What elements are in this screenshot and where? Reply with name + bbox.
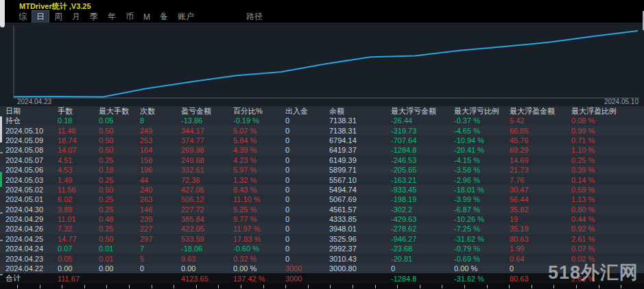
table-cell: 2024.04.25: [0, 235, 58, 243]
table-row[interactable]: 2024.05.064.530.18196332.615.97 %05899.7…: [0, 165, 644, 175]
table-row[interactable]: 2024.04.240.070.017-18.06-0.60 %02992.37…: [0, 244, 644, 253]
ruler-tick: [397, 285, 398, 288]
table-cell: 164: [140, 146, 181, 154]
table-cell: 17.83 %: [233, 235, 285, 243]
table-cell: 0: [391, 264, 454, 273]
table-cell: 239: [140, 215, 181, 223]
ruler-tick: [487, 285, 488, 288]
table-cell: 533.59: [181, 235, 233, 243]
table-cell: 0: [285, 244, 329, 253]
table-row[interactable]: 2024.05.0918.740.50253374.775.84 %06794.…: [0, 136, 644, 145]
ruler-tick: [196, 285, 197, 288]
menu-item-月[interactable]: 月: [67, 10, 85, 23]
table-cell: 0.59 %: [571, 186, 639, 194]
table-cell: -4.15 %: [454, 156, 510, 164]
table-cell: 7138.31: [329, 127, 391, 135]
table-cell: 0.07 %: [571, 244, 639, 253]
table-cell: 2024.05.08: [0, 146, 58, 154]
table-cell: 0.00: [58, 264, 99, 273]
ruler-tick: [263, 285, 264, 288]
table-cell: 0.99 %: [571, 127, 639, 135]
table-cell: 2024.05.02: [0, 186, 58, 194]
ruler-tick: [129, 285, 130, 288]
table-cell: -3.99 %: [454, 195, 510, 203]
table-row[interactable]: 2024.05.0211.560.50240427.058.43 %05494.…: [0, 185, 644, 194]
table-row[interactable]: 持仓0.180.058-13.86-0.19 %07138.31-26.44-0…: [0, 116, 644, 125]
table-row[interactable]: 2024.04.303.890.25146227.725.25 %04561.5…: [0, 205, 644, 214]
ruler-tick: [285, 285, 286, 288]
menu-item-周[interactable]: 周: [49, 10, 67, 23]
menu-item-币[interactable]: 币: [121, 10, 139, 23]
table-cell: -20.81: [391, 255, 454, 263]
table-row[interactable]: 2024.05.016.020.25263506.1211.10 %05067.…: [0, 194, 644, 204]
screen-edge-mark-green: [0, 172, 2, 187]
table-cell: -2.96 %: [454, 176, 510, 184]
menu-item-季[interactable]: 季: [85, 10, 103, 23]
table-cell: 7138.31: [329, 116, 391, 125]
screen-edge-tick: [0, 274, 3, 275]
column-header: 最大浮亏金额: [391, 106, 454, 116]
table-cell: 4.39 %: [233, 146, 285, 154]
balance-line: [14, 31, 638, 97]
table-cell: 0.25: [99, 205, 140, 214]
table-cell: 72.36: [181, 176, 233, 184]
table-cell: 1.32 %: [233, 176, 285, 184]
menu-item-年[interactable]: 年: [103, 10, 121, 23]
table-cell: -278.62: [391, 225, 454, 233]
table-cell: -13.86: [181, 116, 233, 125]
table-cell: 11.46: [58, 127, 99, 135]
total-cell: -31.62 %: [454, 275, 510, 283]
table-row[interactable]: 2024.05.074.510.25158249.684.23 %06149.3…: [0, 155, 644, 165]
table-cell: 56.44: [510, 195, 571, 203]
table-cell: -302.2: [391, 205, 454, 214]
table-row[interactable]: 2024.05.0814.070.50164269.984.39 %06419.…: [0, 145, 644, 155]
menu-item-M[interactable]: M: [139, 12, 155, 23]
table-cell: -205.65: [391, 166, 454, 174]
table-cell: 持仓: [0, 116, 58, 126]
menu-item-备[interactable]: 备: [155, 10, 173, 23]
table-cell: 6.02: [58, 195, 99, 203]
table-cell: 0.50: [99, 146, 140, 154]
table-body: 持仓0.180.058-13.86-0.19 %07138.31-26.44-0…: [0, 116, 644, 273]
table-cell: 1.99: [510, 244, 571, 253]
table-cell: 158: [140, 156, 181, 164]
table-cell: 0: [285, 146, 329, 154]
table-cell: 3.89: [58, 205, 99, 214]
menu-item-path[interactable]: 路径: [241, 10, 267, 23]
ruler-tick: [17, 285, 18, 288]
screen-edge-tick: [0, 212, 3, 214]
table-cell: 11.10 %: [233, 195, 285, 203]
table-cell: -246.53: [391, 156, 454, 164]
table-cell: 2992.37: [329, 244, 391, 253]
table-cell: 249: [140, 127, 181, 135]
table-cell: 4333.85: [329, 215, 391, 223]
menu-item-综[interactable]: 综: [14, 10, 32, 23]
table-cell: 11.01: [58, 215, 99, 223]
table-cell: 7: [140, 244, 181, 253]
table-row[interactable]: 2024.04.2911.010.48239385.849.77 %04333.…: [0, 214, 644, 224]
table-cell: 0.18: [99, 166, 140, 174]
table-cell: 332.61: [181, 166, 233, 174]
table-cell: 4.53: [58, 166, 99, 174]
table-row[interactable]: 2024.05.031.490.254472.361.32 %05567.10-…: [0, 175, 644, 184]
table-cell: 5.97 %: [233, 166, 285, 174]
table-cell: 5494.74: [329, 186, 391, 194]
table-cell: 0.00: [99, 264, 140, 273]
table-cell: 6419.37: [329, 146, 391, 154]
table-row[interactable]: 2024.04.2514.770.50297533.5917.83 %03525…: [0, 234, 644, 244]
ruler-tick: [375, 285, 376, 288]
table-cell: 0.44 %: [571, 215, 639, 223]
table-cell: 5.42: [510, 116, 571, 125]
table-cell: 0: [285, 195, 329, 203]
column-header: 次数: [140, 106, 181, 116]
table-row[interactable]: 2024.04.267.320.25227422.0511.97 %03948.…: [0, 224, 644, 234]
table-row[interactable]: 2024.05.1011.460.50249344.175.07 %07138.…: [0, 125, 644, 135]
table-cell: 19: [510, 215, 571, 223]
menu-item-日[interactable]: 日: [32, 10, 49, 23]
table-cell: 2024.04.22: [0, 264, 58, 273]
menu-item-账户[interactable]: 账户: [173, 10, 199, 23]
table-cell: 249.68: [181, 156, 233, 164]
table-cell: 35.19: [510, 225, 571, 233]
ruler-tick: [106, 285, 107, 288]
table-cell: -18.06: [181, 244, 233, 253]
